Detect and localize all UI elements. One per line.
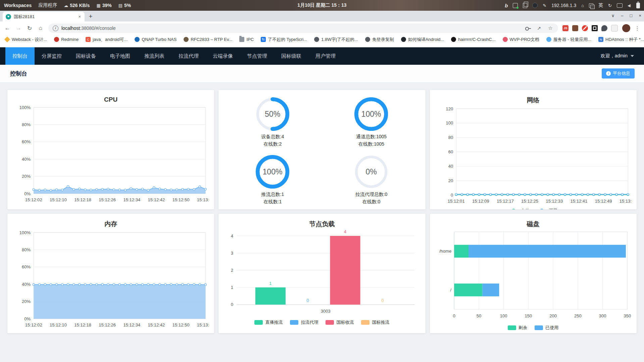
legend-label: 上传 bbox=[521, 208, 530, 209]
ip-address[interactable]: 192.168.1.3 bbox=[551, 3, 576, 8]
minimize-button[interactable]: – bbox=[621, 13, 623, 18]
bookmark-item[interactable]: RFC2833 – RTP Ev... bbox=[184, 37, 232, 42]
nav-item-9[interactable]: 用户管理 bbox=[308, 47, 343, 65]
bookmark-item[interactable]: Webstack - 设计... bbox=[5, 37, 47, 43]
bookmark-item[interactable]: 如何编译Android... bbox=[401, 37, 444, 43]
bookmark-item[interactable]: WVP-PRO文档 bbox=[503, 37, 539, 43]
display-icon[interactable] bbox=[617, 3, 623, 8]
nav-item-0[interactable]: 控制台 bbox=[5, 47, 35, 65]
volume-icon[interactable]: ◀) bbox=[628, 4, 631, 7]
bookmark-item[interactable]: QNAP Turbo NAS bbox=[135, 37, 177, 42]
memory-usage-indicator: ▤ 5% bbox=[118, 3, 131, 8]
legend-item[interactable]: 上传 bbox=[509, 208, 530, 209]
browser-menu-icon[interactable]: ⋮ bbox=[635, 25, 640, 32]
svg-text:50: 50 bbox=[476, 313, 481, 318]
svg-text:20%: 20% bbox=[22, 299, 31, 304]
nav-item-1[interactable]: 分屏监控 bbox=[35, 47, 69, 65]
svg-text:15:13:02: 15:13:02 bbox=[620, 199, 632, 204]
back-icon[interactable]: ← bbox=[4, 25, 11, 32]
legend-item[interactable]: 拉流代理 bbox=[290, 319, 318, 325]
bookmark-item[interactable]: IPC bbox=[239, 37, 254, 42]
network-chart-title: 网络 bbox=[435, 96, 632, 105]
dark-reader-extension-icon[interactable] bbox=[592, 25, 598, 31]
bookmark-item[interactable]: Redmine bbox=[54, 37, 79, 42]
site-info-icon[interactable]: i bbox=[53, 25, 58, 31]
blocker-extension-icon[interactable] bbox=[582, 25, 588, 31]
workspaces-button[interactable]: Workspaces bbox=[4, 3, 32, 8]
profile-avatar[interactable] bbox=[622, 24, 630, 32]
cloud-download-icon: ☁ bbox=[64, 3, 68, 8]
legend-circle bbox=[540, 209, 544, 209]
pinned-extension-icon[interactable] bbox=[601, 25, 607, 31]
bookmark-item[interactable]: hairrrrr/C-CrashC... bbox=[451, 37, 495, 42]
close-button[interactable]: × bbox=[639, 13, 641, 18]
csdn-icon: C bbox=[86, 37, 91, 42]
search-icon[interactable]: b bbox=[505, 3, 508, 8]
clock-indicator[interactable]: 1月10日 星期二 15：13 bbox=[297, 2, 346, 8]
password-key-icon[interactable] bbox=[525, 27, 531, 30]
bookmark-item[interactable]: 免登录复制 bbox=[365, 37, 394, 43]
bookmark-item[interactable]: 服务器 - 轻量应用... bbox=[546, 37, 591, 43]
applications-button[interactable]: 应用程序 bbox=[38, 2, 57, 8]
legend-item[interactable]: 国标推流 bbox=[361, 319, 389, 325]
nav-item-8[interactable]: 国标级联 bbox=[274, 47, 308, 65]
notes-extension-icon[interactable] bbox=[611, 25, 618, 32]
legend-item[interactable]: 剩余 bbox=[508, 325, 527, 331]
nav-item-2[interactable]: 国标设备 bbox=[69, 47, 103, 65]
svg-text:300: 300 bbox=[599, 313, 606, 318]
platform-info-button[interactable]: i 平台信息 bbox=[602, 68, 635, 79]
address-bar[interactable]: i localhost:38080/#/console ↗ ☆ bbox=[48, 23, 558, 33]
memory-card: 内存 0%20%40%60%80%100%15:12:0215:12:1015:… bbox=[7, 214, 214, 333]
home-icon[interactable]: ⌂ bbox=[581, 3, 584, 8]
battery-icon[interactable] bbox=[636, 3, 640, 8]
stats-gauges-card: 50%设备总数:4在线数:2100%通道总数:1005在线数:1005100%推… bbox=[218, 90, 425, 209]
nav-item-5[interactable]: 拉流代理 bbox=[171, 47, 206, 65]
forward-icon[interactable]: → bbox=[15, 25, 22, 32]
bookmark-star-icon[interactable]: ☆ bbox=[547, 25, 554, 31]
svg-text:100%: 100% bbox=[263, 167, 283, 176]
input-method-indicator[interactable]: 英 bbox=[598, 2, 603, 8]
legend-swatch bbox=[508, 325, 516, 330]
legend-item[interactable]: 直播推流 bbox=[254, 319, 283, 325]
bookmark-item[interactable]: 知了不起的 TypeScri... bbox=[261, 37, 307, 43]
bookmark-item[interactable]: NHDAtmos :: 种子 *... bbox=[598, 37, 644, 43]
js-extension-icon[interactable]: JS bbox=[562, 25, 568, 31]
tab-favicon bbox=[6, 14, 11, 19]
network-chart: 02040608010012015:12:0115:12:0915:12:171… bbox=[435, 105, 632, 209]
user-menu[interactable]: 欢迎，admin bbox=[601, 47, 644, 65]
bookmark-item[interactable]: Cjava、android可... bbox=[86, 37, 128, 43]
windows-icon[interactable] bbox=[589, 3, 593, 8]
nav-item-3[interactable]: 电子地图 bbox=[103, 47, 137, 65]
pen-tool-icon[interactable]: ✎ bbox=[543, 3, 546, 8]
share-icon[interactable]: ↗ bbox=[536, 25, 542, 31]
new-tab-button[interactable]: + bbox=[86, 12, 95, 21]
maximize-button[interactable]: □ bbox=[630, 13, 633, 18]
gauge-ring: 50% bbox=[223, 96, 322, 132]
legend-item[interactable]: 已使用 bbox=[535, 325, 558, 331]
legend-item[interactable]: 国标收流 bbox=[326, 319, 354, 325]
legend-item[interactable]: 下载 bbox=[537, 208, 558, 209]
nav-item-6[interactable]: 云端录像 bbox=[206, 47, 240, 65]
browser-home-icon[interactable]: ⌂ bbox=[37, 25, 44, 32]
gauge-labels: 拉流代理总数:0在线数:0 bbox=[355, 191, 388, 205]
page-title: 控制台 bbox=[10, 70, 27, 77]
app-indicator-icon[interactable] bbox=[532, 3, 538, 8]
reload-icon[interactable]: ↻ bbox=[26, 25, 33, 32]
legend-label: 已使用 bbox=[545, 325, 558, 331]
nav-item-4[interactable]: 推流列表 bbox=[137, 47, 171, 65]
proxy-extension-icon[interactable] bbox=[572, 25, 578, 31]
svg-text:100%: 100% bbox=[19, 230, 31, 235]
screenshot-window-icon[interactable] bbox=[513, 3, 518, 8]
network-speed-indicator: ☁ 526 KB/s bbox=[64, 3, 90, 8]
svg-text:0%: 0% bbox=[24, 191, 31, 196]
rotate-icon[interactable]: ↻ bbox=[608, 3, 612, 8]
nav-item-7[interactable]: 节点管理 bbox=[240, 47, 274, 65]
gauge-line2: 在线数:1005 bbox=[356, 141, 387, 148]
bookmark-item[interactable]: 1.8W字|了不起的... bbox=[314, 37, 358, 43]
chart-legend: 直播推流拉流代理国标收流国标推流 bbox=[223, 319, 420, 325]
browser-tab[interactable]: 国标28181 × bbox=[3, 12, 85, 21]
tab-search-button[interactable]: ∨ bbox=[611, 13, 615, 18]
tab-close-icon[interactable]: × bbox=[78, 14, 82, 19]
bookmark-label: 如何编译Android... bbox=[408, 37, 444, 43]
clipboard-icon[interactable] bbox=[523, 3, 527, 8]
